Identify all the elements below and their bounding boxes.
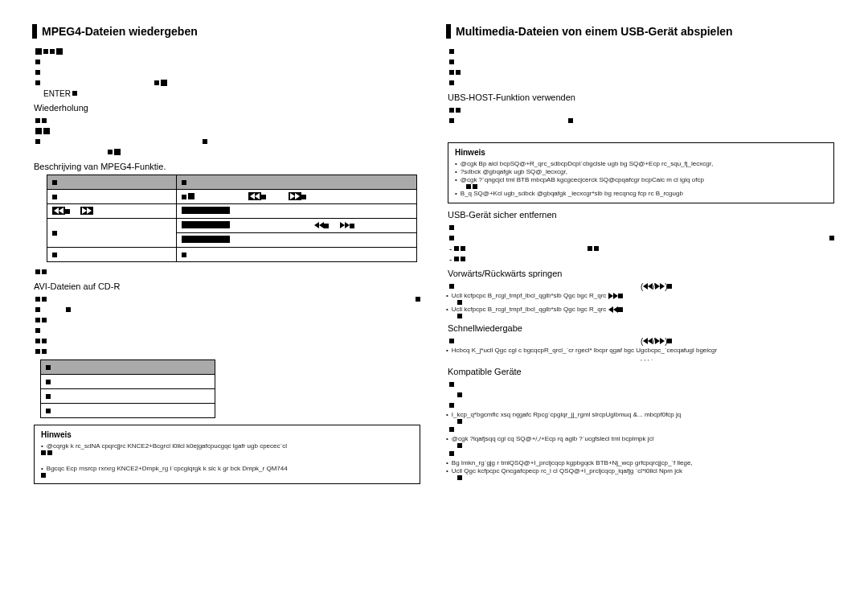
hint-title: Hinweis [41, 430, 413, 439]
block-icon [618, 307, 623, 312]
hint-line: •@cgk Bp aicl bcpSQ@+R_qrc_sdbcpDcpl`cbg… [455, 160, 827, 167]
block-icon [449, 118, 454, 123]
block-icon [449, 225, 454, 230]
hint-box-left: Hinweis •@cqrgk k rc_sdNA cpqrcjjrc KNCE… [34, 425, 420, 484]
block-icon [47, 450, 52, 455]
garbled-line [35, 347, 422, 356]
hint-line [41, 473, 413, 478]
block-icon [449, 284, 454, 289]
table-header-row [47, 175, 417, 190]
garbled [416, 296, 422, 303]
repeat-title: Wiederholung [34, 103, 422, 113]
block-icon [41, 450, 46, 455]
hint-line: •Ucll kcfpcpc B_rcgl_tmpf_lbcl_qglb*slb … [446, 292, 836, 299]
right-heading-text: Multimedia-Dateien von einem USB-Gerät a… [456, 25, 733, 38]
avi-title: AVI-Dateien auf CD-R [34, 281, 422, 291]
hint-text: @cgk Bp aicl bcpSQ@+R_qrc_sdbcpDcpl`cbgc… [461, 160, 713, 167]
garbled-line [449, 78, 836, 88]
table-row [47, 204, 417, 219]
block-icon [154, 80, 159, 85]
hint-line: •Hcbcq K_j*ucll Qgc cgl c bgcqcpR_qrcl_`… [446, 347, 836, 354]
block-icon [43, 49, 48, 54]
hint-text: @cqrgk k rc_sdNA cpqrcjjrc KNCE2+Bcgrcl … [47, 442, 287, 450]
block-icon [50, 49, 55, 54]
right-heading: Multimedia-Dateien von einem USB-Gerät a… [446, 24, 836, 39]
block-icon [35, 60, 40, 64]
block-bar [182, 236, 230, 243]
block-icon [449, 60, 454, 64]
block-icon [456, 108, 461, 113]
td [176, 204, 416, 219]
hint-line: •@cgk ?lqafjsqq cgl cq SQ@+/,/+Ecp rq ag… [446, 435, 836, 442]
hint-line: •Bg Imkn_rg`gjg r tmlQSQ@+I_prcljcqcp kg… [446, 459, 836, 466]
block-icon [35, 339, 40, 343]
garbled-line [449, 425, 836, 434]
garbled-line [43, 147, 422, 157]
block-icon [42, 339, 47, 343]
td [176, 190, 416, 204]
hint-line [457, 443, 836, 448]
left-heading-text: MPEG4-Dateien wiedergeben [42, 25, 198, 38]
remove-title: USB-Gerät sicher entfernen [448, 210, 836, 220]
table-row [41, 404, 215, 418]
garbled-line: (/) [449, 336, 836, 346]
block-icon [35, 118, 40, 123]
hint-text: , , , . [641, 355, 653, 362]
block-icon [261, 195, 266, 199]
block-icon [461, 246, 465, 251]
garbled-line [449, 380, 836, 389]
block-icon [473, 184, 477, 189]
garbled-line [35, 137, 422, 146]
page: MPEG4-Dateien wiedergeben ENTER Wiederho… [0, 0, 868, 612]
rewind-icon [52, 207, 65, 215]
block-icon [456, 70, 461, 75]
block-icon [667, 284, 672, 289]
block-icon [35, 80, 40, 85]
forward-icon [289, 192, 301, 200]
table-row [47, 219, 417, 233]
block-icon [46, 365, 51, 370]
left-heading: MPEG4-Dateien wiedergeben [32, 24, 422, 39]
garbled-line [35, 68, 422, 77]
block-bar [182, 221, 230, 228]
garbled-line [35, 267, 422, 277]
block-icon [588, 246, 592, 251]
function-table [47, 175, 417, 262]
block-icon [203, 139, 207, 144]
garbled-line [457, 390, 836, 400]
block-icon [449, 339, 454, 343]
block-icon [457, 475, 462, 480]
th [176, 175, 416, 190]
block-icon [449, 403, 454, 408]
garbled-line [35, 305, 422, 314]
block-bar [182, 207, 230, 214]
garbled-line [35, 294, 422, 304]
hint-line: •I_kcp_q*bgcmflc xsq rxjgafc Rpcg`cpglqr… [446, 411, 836, 418]
block-icon [35, 318, 40, 322]
hint-line: •@cqrgk k rc_sdNA cpqrcjjrc KNCE2+Bcgrcl… [41, 442, 413, 450]
garbled-line [449, 116, 836, 125]
th [47, 175, 177, 190]
forward-icon [340, 222, 350, 228]
hint-text: @cgk ?`qngcjcl tml BTB mbcpAB kgcgcecjce… [461, 176, 704, 183]
block-icon [182, 253, 186, 257]
block-icon [301, 195, 306, 199]
desc-title: Beschrijving van MPEG4-Funktie. [34, 162, 422, 171]
hint-text: Ucll kcfpcpc B_rcgl_tmpf_lbcl_qglb*slb Q… [452, 292, 607, 299]
td [47, 204, 177, 219]
garbled-line [449, 105, 836, 115]
hint-text: ?sdbck @gbqafgk ugb SQ@_lecxcgr, [461, 168, 567, 175]
hint-line: •Ucll Qgc kcfpcpc Qncgafcpecp rc_l cl QS… [446, 467, 836, 474]
block-icon [41, 473, 46, 478]
forward-icon [655, 338, 665, 344]
rewind-icon [248, 192, 261, 200]
block-icon [42, 349, 47, 354]
block-icon [52, 180, 57, 185]
block-icon [52, 195, 57, 199]
block-icon [35, 70, 40, 75]
hint-line [457, 419, 836, 424]
left-column: MPEG4-Dateien wiedergeben ENTER Wiederho… [32, 24, 422, 596]
block-icon [350, 224, 354, 228]
block-icon [594, 246, 599, 251]
garbled-line [449, 57, 836, 67]
